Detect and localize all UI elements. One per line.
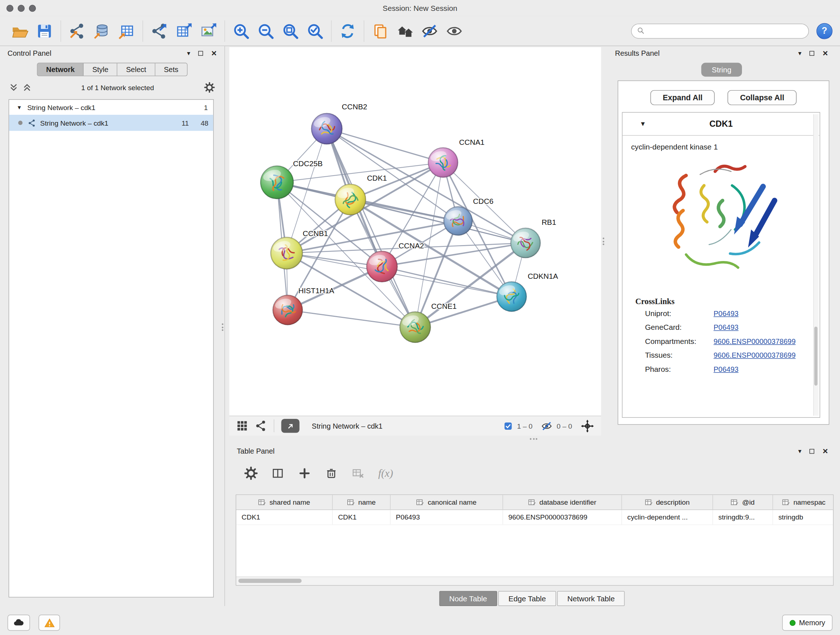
memory-button[interactable]: Memory [782, 615, 832, 631]
panel-close-icon[interactable]: ✕ [822, 447, 828, 455]
tab-edge-table[interactable]: Edge Table [498, 591, 556, 606]
network-collection-row[interactable]: ▼ String Network – cdk1 1 [9, 100, 213, 115]
network-node-CCNB1[interactable] [271, 237, 303, 269]
network-share-icon [28, 119, 36, 127]
crosslink-tissues-link[interactable]: 9606.ENSP00000378699 [714, 351, 796, 359]
panel-collapse-icon[interactable]: ▾ [798, 49, 802, 57]
network-node-HIST1H1A[interactable] [273, 295, 303, 325]
zoom-fit-button[interactable] [278, 19, 303, 43]
panel-float-icon[interactable] [810, 51, 814, 55]
network-node-CDC6[interactable] [444, 206, 472, 235]
cloud-status-button[interactable] [8, 615, 30, 631]
eye-icon [446, 22, 463, 39]
gear-icon[interactable] [204, 82, 215, 93]
network-node-label: CCNB1 [303, 229, 328, 238]
network-node-CDK1[interactable] [335, 184, 366, 215]
hide-selected-button[interactable] [417, 19, 442, 43]
delete-column-button[interactable] [325, 466, 338, 480]
collapse-all-icon[interactable] [10, 83, 18, 92]
export-network-button[interactable] [147, 19, 172, 43]
crosslink-uniprot-link[interactable]: P06493 [714, 309, 739, 317]
network-node-CCNB2[interactable] [311, 113, 342, 144]
expand-all-icon[interactable] [23, 83, 31, 92]
zoom-selected-button[interactable] [303, 19, 327, 43]
column-header-description[interactable]: description [622, 495, 713, 509]
network-node-CCNA2[interactable] [366, 251, 398, 282]
help-label: ? [821, 25, 827, 36]
search-input[interactable] [649, 27, 803, 35]
collapse-all-button[interactable]: Collapse All [728, 90, 797, 105]
crosslink-genecard-link[interactable]: P06493 [714, 323, 739, 331]
export-image-button[interactable] [196, 19, 221, 43]
column-header-database-identifier[interactable]: database identifier [503, 495, 622, 509]
table-row[interactable]: CDK1CDK1P064939606.ENSP00000378699cyclin… [236, 510, 833, 525]
show-all-button[interactable] [442, 19, 467, 43]
crosslink-compartments-link[interactable]: 9606.ENSP00000378699 [714, 337, 796, 345]
column-header--id[interactable]: @id [713, 495, 773, 509]
network-node-CDKN1A[interactable] [497, 282, 527, 312]
toolbar-separator [142, 20, 143, 42]
zoom-in-icon [233, 22, 249, 39]
panel-float-icon[interactable] [198, 51, 203, 55]
tab-sets[interactable]: Sets [155, 63, 187, 76]
crosslink-pharos-link[interactable]: P06493 [714, 365, 739, 373]
first-neighbors-button[interactable] [393, 19, 417, 43]
clone-network-button[interactable] [368, 19, 393, 43]
network-node-CCNA1[interactable] [428, 147, 458, 177]
network-canvas[interactable]: CCNB2CCNA1CDC25BCDK1CDC6RB1CCNB1CCNA2CDK… [229, 47, 601, 416]
birds-eye-view-button[interactable] [236, 420, 248, 432]
network-node-RB1[interactable] [510, 228, 540, 258]
tab-network[interactable]: Network [38, 63, 84, 76]
tab-network-table[interactable]: Network Table [557, 591, 625, 606]
network-overview-button[interactable] [255, 420, 267, 432]
right-splitter-handle[interactable] [601, 235, 606, 248]
panel-close-icon[interactable]: ✕ [822, 49, 828, 57]
table-options-button[interactable] [244, 466, 257, 480]
results-scrollbar[interactable] [813, 114, 819, 416]
import-network-file-button[interactable] [65, 19, 89, 43]
panel-float-icon[interactable] [810, 448, 814, 453]
delete-table-button [351, 466, 365, 480]
import-table-button[interactable] [114, 19, 139, 43]
tab-node-table[interactable]: Node Table [439, 591, 497, 606]
column-header-namespac[interactable]: namespac [773, 495, 834, 509]
function-builder-button[interactable]: f(x) [378, 467, 393, 479]
tab-select[interactable]: Select [118, 63, 155, 76]
expand-all-button[interactable]: Expand All [651, 90, 715, 105]
panel-collapse-icon[interactable]: ▾ [187, 49, 190, 57]
network-node-CCNE1[interactable] [400, 312, 431, 343]
export-table-button[interactable] [172, 19, 196, 43]
panel-collapse-icon[interactable]: ▾ [798, 448, 802, 455]
tab-style[interactable]: Style [84, 63, 118, 76]
network-node-CDC25B[interactable] [261, 166, 294, 199]
table-cell: CDK1 [236, 510, 333, 524]
column-header-name[interactable]: name [333, 495, 391, 509]
create-column-button[interactable] [298, 466, 311, 480]
table-horizontal-scrollbar[interactable] [236, 577, 833, 585]
show-columns-button[interactable] [271, 466, 284, 480]
disclosure-triangle-icon[interactable]: ▼ [17, 104, 22, 110]
column-header-canonical-name[interactable]: canonical name [391, 495, 503, 509]
detach-view-button[interactable] [281, 419, 299, 433]
disclosure-triangle-icon[interactable]: ▼ [639, 120, 646, 128]
import-network-database-button[interactable] [89, 19, 114, 43]
tab-string[interactable]: String [701, 63, 742, 77]
warnings-button[interactable] [39, 615, 60, 631]
scrollbar-thumb[interactable] [814, 326, 818, 386]
scrollbar-thumb[interactable] [238, 578, 302, 583]
network-row[interactable]: String Network – cdk1 11 48 [9, 115, 213, 131]
left-splitter-handle[interactable] [220, 321, 225, 334]
column-edit-icon [782, 499, 790, 506]
zoom-out-button[interactable] [253, 19, 278, 43]
crosslink-label: Tissues: [645, 351, 714, 359]
column-header-shared-name[interactable]: shared name [236, 495, 333, 509]
apply-layout-button[interactable] [335, 19, 360, 43]
open-session-button[interactable] [8, 19, 32, 43]
zoom-in-button[interactable] [229, 19, 253, 43]
selected-checkbox-icon[interactable] [504, 421, 513, 431]
save-session-button[interactable] [32, 19, 57, 43]
crosshair-icon[interactable] [581, 419, 594, 432]
help-button[interactable]: ? [816, 23, 832, 39]
bottom-splitter-handle[interactable] [527, 437, 540, 441]
panel-close-icon[interactable]: ✕ [211, 49, 217, 57]
